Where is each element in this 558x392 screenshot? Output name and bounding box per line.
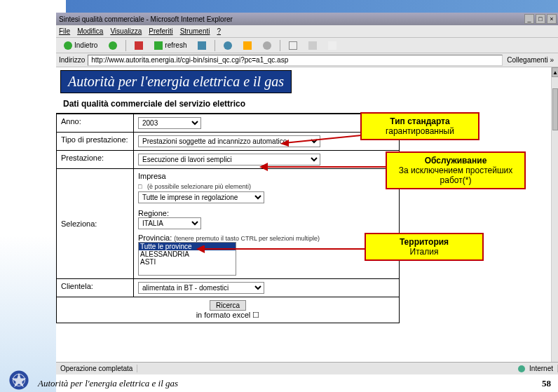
back-label: Indietro [74,41,97,49]
scroll-thumb[interactable] [552,88,558,130]
window-title-bar: Sintesi qualità commerciale - Microsoft … [56,13,558,25]
menu-help[interactable]: ? [217,27,221,35]
status-bar: Operazione completata Internet [56,362,558,374]
form-table: Anno: 2003 Tipo di prestazione: Prestazi… [56,114,400,323]
callout-3-sub: Италия [373,247,475,257]
home-icon [198,41,206,50]
star-icon [243,41,252,50]
callout-territory: Территория Италия [365,233,484,261]
submit-button[interactable]: Ricerca [210,300,246,311]
print-icon [308,41,317,50]
favorites-button[interactable] [238,40,257,51]
provincia-note: (tenere premuto il tasto CTRL per selezi… [174,235,320,242]
callout-standard-type: Тип стандарта гарантированный [360,112,479,140]
callout-3-title: Территория [373,237,475,247]
content-area: Autorità per l'energia elettrica e il ga… [56,67,551,362]
forward-button[interactable] [104,40,122,51]
refresh-button[interactable]: refresh [149,40,191,51]
scroll-up-arrow[interactable]: ▲ [552,67,558,77]
stop-icon [135,41,143,50]
status-text: Operazione completata [56,365,137,372]
mail-button[interactable] [284,40,302,51]
menu-visualizza[interactable]: Visualizza [110,27,142,35]
page-title: Autorità per l'energia elettrica e il ga… [60,70,292,93]
provincia-list[interactable]: Tutte le province ALESSANDRIA ASTI [138,242,236,276]
clientela-label: Clientela: [57,279,134,297]
callout-service: Обслуживание За исключением простейших р… [386,151,526,189]
menu-preferiti[interactable]: Preferiti [149,27,172,35]
provincia-option-1[interactable]: ALESSANDRIA [139,250,236,258]
emblem-icon [7,368,31,392]
refresh-label: refresh [165,41,186,49]
refresh-icon [154,41,163,50]
section-header: Dati qualità commerciale del servizio el… [56,93,400,114]
edit-icon [328,41,336,50]
stop-button[interactable] [130,40,148,51]
provincia-option-all[interactable]: Tutte le province [139,243,236,250]
home-button[interactable] [193,40,211,51]
address-input[interactable]: http://www.autorita.energia.it/cgi-bin/s… [88,55,503,66]
toolbar: Indietro refresh [56,38,558,53]
maximize-button[interactable]: □ [536,14,545,24]
search-icon [224,41,232,50]
menu-strumenti[interactable]: Strumenti [180,27,210,35]
minimize-button[interactable]: _ [524,14,534,24]
callout-1-title: Тип стандарта [369,116,471,126]
menu-modifica[interactable]: Modifica [77,27,103,35]
anno-label: Anno: [57,114,134,133]
links-button[interactable]: Collegamenti » [503,56,558,64]
regione-label: Regione: [138,209,169,217]
slide-page-number: 58 [542,378,551,389]
search-button[interactable] [219,40,237,51]
menu-file[interactable]: File [59,27,70,35]
tipo-label: Tipo di prestazione: [57,133,134,151]
provincia-option-2[interactable]: ASTI [139,258,236,266]
seleziona-label: Seleziona: [57,169,134,279]
window-title: Sintesi qualità commerciale - Microsoft … [59,15,233,23]
excel-label: in formato excel [196,311,251,319]
address-label: Indirizzo [56,56,88,64]
impresa-select[interactable]: Tutte le imprese in regolazione [138,191,264,203]
impresa-note: □ (è possibile selezionare più elementi) [138,183,395,190]
regione-select[interactable]: ITALIA [138,217,201,229]
menu-bar: File Modifica Visualizza Preferiti Strum… [56,25,558,38]
print-button[interactable] [304,40,322,51]
forward-icon [109,41,117,50]
history-button[interactable] [258,40,276,51]
impresa-label: Impresa [138,172,166,180]
tipo-select[interactable]: Prestazioni soggette ad incannizzo autom… [138,135,320,147]
address-bar: Indirizzo http://www.autorita.energia.it… [56,53,558,67]
vertical-scrollbar[interactable]: ▲ [551,67,558,362]
history-icon [263,41,271,50]
left-gradient [0,0,56,392]
provincia-label: Provincia: [138,234,172,242]
close-button[interactable]: × [547,14,557,24]
slide-footer-text: Autorità per l'energia elettrica e il ga… [38,378,178,389]
anno-select[interactable]: 2003 [138,117,201,129]
back-button[interactable]: Indietro [59,40,102,51]
callout-2-title: Обслуживание [394,156,517,165]
clientela-select[interactable]: alimentata in BT - domestici [138,282,264,294]
edit-button[interactable] [323,40,341,51]
globe-icon [518,365,525,372]
slide-footer: Autorità per l'energia elettrica e il ga… [0,374,558,392]
callout-1-sub: гарантированный [369,126,471,136]
excel-checkbox[interactable]: ☐ [252,311,259,319]
callout-2-sub: За исключением простейших работ(*) [394,165,517,185]
prestazione-label: Prestazione: [57,151,134,169]
status-zone: Internet [514,365,558,372]
mail-icon [289,41,297,50]
back-icon [64,41,72,50]
blue-accent-bar [66,0,558,13]
prestazione-select[interactable]: Esecuzione di lavori semplici [138,154,320,165]
